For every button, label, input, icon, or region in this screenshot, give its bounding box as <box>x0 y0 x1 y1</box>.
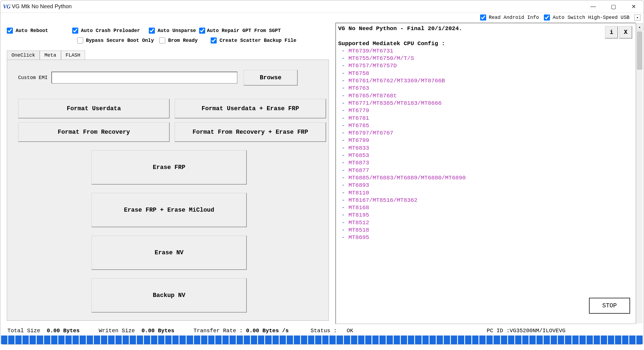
progress-segment <box>65 336 72 344</box>
brom-ready-label: Brom Ready <box>168 38 198 43</box>
tab-flash[interactable]: FLASH <box>61 51 85 60</box>
tab-oneclick[interactable]: OneClick <box>7 51 40 60</box>
progress-segment <box>587 336 593 344</box>
auto-unsparse-label: Auto Unsparse <box>158 28 196 33</box>
app-logo-icon: VG <box>3 4 9 10</box>
minimize-button[interactable]: — <box>583 0 603 13</box>
progress-segment <box>529 336 536 344</box>
tab-meta[interactable]: Meta <box>40 51 61 60</box>
auto-crash-preloader-label: Auto Crash Preloader <box>81 28 140 33</box>
auto-repair-gpt-label: Auto Repair GPT From SGPT <box>207 28 281 33</box>
progress-segment <box>144 336 150 344</box>
progress-strip <box>0 336 644 344</box>
progress-segment <box>430 336 436 344</box>
progress-segment <box>508 336 514 344</box>
progress-segment <box>536 336 543 344</box>
progress-segment <box>358 336 364 344</box>
progress-segment <box>379 336 386 344</box>
format-recovery-button[interactable]: Format From Recovery <box>18 122 170 142</box>
format-userdata-button[interactable]: Format Userdata <box>18 99 170 118</box>
left-pane: Auto Reboot Auto Crash Preloader Auto Un… <box>0 22 335 326</box>
auto-crash-preloader-checkbox[interactable]: Auto Crash Preloader <box>72 28 140 34</box>
format-userdata-frp-button[interactable]: Format Userdata + Erase FRP <box>175 99 326 118</box>
progress-segment <box>451 336 457 344</box>
window-title: VG Mtk No Need Python <box>12 3 72 10</box>
progress-segment <box>444 336 450 344</box>
progress-segment <box>194 336 200 344</box>
browse-button[interactable]: Browse <box>243 70 298 86</box>
progress-segment <box>172 336 179 344</box>
stop-button[interactable]: STOP <box>589 298 630 314</box>
custom-emi-input[interactable] <box>51 72 237 84</box>
progress-segment <box>251 336 257 344</box>
progress-segment <box>615 336 621 344</box>
progress-segment <box>58 336 65 344</box>
create-scatter-checkbox[interactable]: Create Scatter Backup File <box>211 37 296 43</box>
progress-segment <box>594 336 600 344</box>
toolbar-dropdown-icon[interactable]: ▾ <box>634 14 640 21</box>
brom-ready-checkbox[interactable]: Brom Ready <box>159 37 198 43</box>
log-text: VG No Need Python - Final 20/1/2024. Sup… <box>336 23 636 323</box>
auto-repair-gpt-checkbox[interactable]: Auto Repair GPT From SGPT <box>199 28 281 34</box>
progress-segment <box>437 336 443 344</box>
status-label: Status : <box>311 328 337 334</box>
progress-segment <box>51 336 57 344</box>
erase-frp-button[interactable]: Erase FRP <box>91 150 247 185</box>
scroll-up-icon[interactable]: ▴ <box>636 23 643 30</box>
maximize-button[interactable]: ▢ <box>603 0 623 13</box>
progress-segment <box>315 336 321 344</box>
progress-segment <box>458 336 464 344</box>
progress-segment <box>415 336 421 344</box>
scroll-thumb[interactable] <box>637 31 642 70</box>
progress-segment <box>522 336 529 344</box>
pc-id-value: VG35200NM/ILOVEVG <box>510 328 565 334</box>
progress-segment <box>465 336 471 344</box>
log-scrollbar[interactable]: ▴ <box>636 23 643 323</box>
progress-segment <box>179 336 186 344</box>
custom-emi-label: Custom EMI <box>18 75 48 80</box>
progress-segment <box>280 336 286 344</box>
progress-segment <box>187 336 193 344</box>
bypass-secure-boot-checkbox[interactable]: Bypass Secure Boot Only <box>77 37 154 43</box>
progress-segment <box>636 336 643 344</box>
progress-segment <box>629 336 636 344</box>
auto-reboot-label: Auto Reboot <box>16 28 48 33</box>
transfer-rate-label: Transfer Rate : <box>193 328 243 334</box>
auto-switch-usb-checkbox[interactable]: Auto Switch High-Speed USB <box>544 14 630 21</box>
progress-segment <box>486 336 493 344</box>
close-button[interactable]: ✕ <box>623 0 644 13</box>
progress-segment <box>80 336 86 344</box>
progress-segment <box>265 336 271 344</box>
tab-strip: OneClick Meta FLASH <box>7 51 335 60</box>
log-clear-button[interactable]: X <box>619 26 632 39</box>
progress-segment <box>208 336 214 344</box>
total-size-label: Total Size <box>7 328 40 334</box>
erase-frp-micloud-button[interactable]: Erase FRP + Erase MiCloud <box>91 193 247 227</box>
log-info-button[interactable]: i <box>605 26 618 39</box>
progress-segment <box>272 336 279 344</box>
progress-segment <box>479 336 486 344</box>
progress-segment <box>165 336 172 344</box>
auto-reboot-checkbox[interactable]: Auto Reboot <box>7 28 48 34</box>
progress-segment <box>308 336 314 344</box>
progress-segment <box>372 336 379 344</box>
progress-segment <box>222 336 229 344</box>
auto-unsparse-checkbox[interactable]: Auto Unsparse <box>149 28 196 34</box>
app-window: VG VG Mtk No Need Python — ▢ ✕ Read Andr… <box>0 0 644 345</box>
format-recovery-frp-button[interactable]: Format From Recovery + Erase FRP <box>175 122 326 142</box>
progress-segment <box>230 336 236 344</box>
progress-segment <box>72 336 79 344</box>
progress-segment <box>215 336 222 344</box>
progress-segment <box>515 336 521 344</box>
progress-segment <box>1 336 7 344</box>
progress-segment <box>108 336 114 344</box>
read-android-info-checkbox[interactable]: Read Android Info <box>480 14 539 21</box>
erase-nv-button[interactable]: Erase NV <box>91 235 247 270</box>
backup-nv-button[interactable]: Backup NV <box>91 278 247 313</box>
progress-segment <box>87 336 93 344</box>
tab-body-oneclick: Custom EMI Browse Format Userdata Format… <box>7 60 329 321</box>
top-toolbar: Read Android Info Auto Switch High-Speed… <box>0 13 644 22</box>
progress-segment <box>158 336 164 344</box>
progress-segment <box>501 336 507 344</box>
progress-segment <box>294 336 300 344</box>
